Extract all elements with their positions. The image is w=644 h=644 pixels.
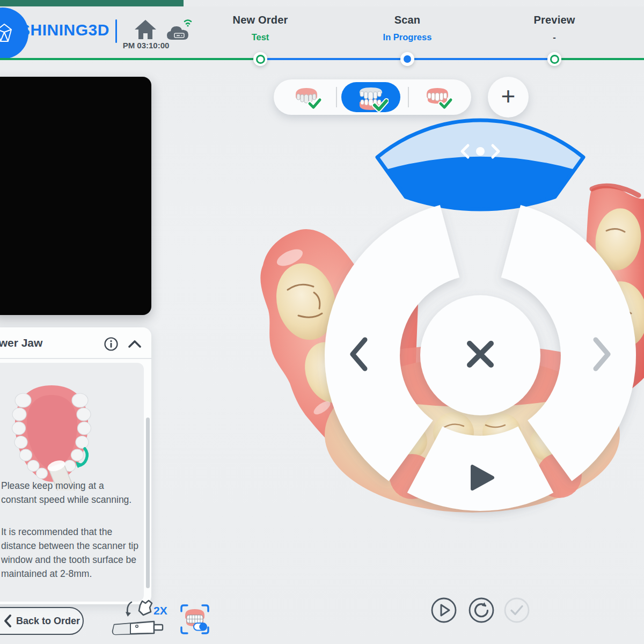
top-strip — [0, 0, 184, 6]
wifi-icon — [185, 20, 191, 27]
selector-divider — [336, 87, 337, 107]
back-button-label: Back to Order — [16, 616, 80, 627]
gem-icon — [0, 23, 15, 44]
step-title: New Order — [201, 14, 319, 26]
play-outline-icon — [441, 605, 449, 616]
view-rotate-fan[interactable] — [377, 120, 583, 209]
brand-name: SHINING3D — [19, 21, 109, 39]
camera-preview — [0, 77, 151, 315]
progress-dot-new-order — [253, 52, 267, 66]
toggle-on-icon — [194, 623, 207, 631]
cloud-icon — [167, 26, 188, 40]
instruction-text: It is recommended that the distance betw… — [1, 525, 140, 581]
double-tap-badge: 2X — [153, 604, 167, 617]
step-status: In Progress — [348, 32, 466, 42]
step-title: Preview — [495, 14, 613, 26]
panel-title: Lower Jaw — [0, 336, 42, 349]
step-new-order[interactable]: New Order Test — [201, 14, 319, 42]
instruction-text: Please keep moving at a constant speed w… — [1, 479, 137, 507]
scan-texture-toggle[interactable] — [179, 603, 210, 635]
progress-dot-scan — [400, 52, 414, 66]
panel-divider — [0, 358, 151, 359]
scanner-pen-icon — [113, 621, 163, 634]
scan-app-window: { "header": { "brand": "SHINING3D", "tim… — [0, 0, 644, 644]
restart-icon — [475, 602, 488, 617]
info-icon — [105, 338, 118, 350]
check-icon — [511, 606, 522, 614]
scan-viewport[interactable] — [236, 107, 644, 569]
progress-dot-preview — [547, 52, 561, 66]
info-button[interactable] — [104, 336, 119, 352]
back-chevron-icon — [3, 614, 12, 628]
back-to-order-button[interactable]: Back to Order — [0, 607, 84, 635]
selector-divider — [408, 87, 409, 107]
control-pad — [325, 205, 636, 511]
step-scan[interactable]: Scan In Progress — [348, 14, 466, 42]
plus-icon: + — [501, 84, 516, 108]
lower-jaw-panel: Lower Jaw — [0, 327, 151, 604]
confirm-scan-button[interactable] — [503, 596, 531, 624]
jaw-scan-illustration — [5, 377, 98, 491]
step-status: - — [495, 32, 613, 42]
panel-scrollbar[interactable] — [146, 418, 150, 588]
step-title: Scan — [348, 14, 466, 26]
resume-scan-button[interactable] — [430, 596, 458, 624]
home-button[interactable] — [133, 17, 158, 42]
header-divider — [115, 19, 117, 43]
rescan-button[interactable] — [467, 596, 495, 624]
chevron-up-icon — [129, 341, 140, 347]
home-icon — [135, 20, 156, 39]
step-preview[interactable]: Preview - — [495, 14, 613, 42]
tap-hand-icon — [126, 601, 152, 617]
step-status: Test — [201, 32, 319, 42]
collapse-button[interactable] — [127, 338, 142, 350]
cloud-connection-button[interactable] — [164, 16, 195, 44]
